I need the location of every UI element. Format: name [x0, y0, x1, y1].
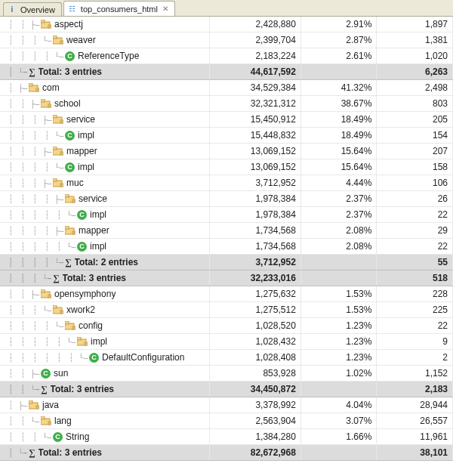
- cell-c2: 2,428,880: [210, 17, 301, 32]
- cell-c3: 1.23%: [300, 350, 377, 366]
- tree-guide-icon: [29, 302, 41, 317]
- tree-guide-icon: [17, 350, 29, 365]
- tree-branch-icon: └–: [65, 207, 77, 222]
- tree-row[interactable]: ├–school32,321,31238.67%803: [0, 96, 453, 112]
- cell-c3: [300, 255, 377, 270]
- node-label: service: [66, 114, 95, 125]
- sigma-icon: ∑: [29, 447, 35, 459]
- tree-guide-icon: [29, 318, 41, 333]
- cell-c2: 13,069,152: [210, 144, 301, 159]
- tree-row[interactable]: └–Cimpl15,448,83218.49%154: [0, 128, 453, 144]
- tree-guide-icon: [5, 144, 17, 159]
- tree-row[interactable]: └–Cimpl1,978,3842.37%22: [0, 207, 453, 223]
- tree-row[interactable]: ├–opensymphony1,275,6321.53%228: [0, 286, 453, 302]
- cell-c3: [300, 445, 377, 461]
- class-icon: C: [77, 210, 87, 220]
- tree-guide-icon: [29, 207, 41, 222]
- tree-branch-icon: ├–: [41, 175, 53, 190]
- class-icon: C: [65, 162, 75, 172]
- cell-c4: 205: [377, 112, 453, 128]
- tree-guide-icon: [17, 223, 29, 238]
- tree-row[interactable]: ├–muc3,712,9524.44%106: [0, 175, 453, 191]
- cell-c4: 1,020: [377, 48, 453, 64]
- total-row[interactable]: └–∑Total: 2 entries3,712,95255: [0, 255, 453, 270]
- tree-row[interactable]: └–CDefaultConfiguration1,028,4081.23%2: [0, 350, 453, 366]
- tree-row[interactable]: └–CString1,384,2801.66%11,961: [0, 429, 453, 445]
- tree-row[interactable]: ├–Csun853,9281.02%1,152: [0, 366, 453, 382]
- tree-row[interactable]: ├–mapper13,069,15215.64%207: [0, 144, 453, 159]
- tree-row[interactable]: └–Cimpl1,734,5682.08%22: [0, 239, 453, 255]
- tree-guide-icon: [53, 239, 65, 254]
- cell-c3: 1.23%: [300, 318, 377, 334]
- total-row[interactable]: └–∑Total: 3 entries44,617,5926,263: [0, 64, 453, 80]
- tree-guide-icon: [17, 302, 29, 317]
- cell-c2: 2,563,904: [210, 413, 301, 429]
- tree-row[interactable]: ├–service15,450,91218.49%205: [0, 112, 453, 128]
- total-row[interactable]: └–∑Total: 3 entries32,233,016518: [0, 270, 453, 286]
- tree-guide-icon: [29, 429, 41, 444]
- tree-branch-icon: ├–: [29, 17, 41, 32]
- tab-overview[interactable]: i Overview: [3, 2, 62, 16]
- tree-branch-icon: ├–: [53, 191, 65, 206]
- cell-c4: 2,498: [377, 80, 453, 96]
- cell-c4: 9: [377, 334, 453, 350]
- cell-c4: 1,381: [377, 32, 453, 48]
- tree-branch-icon: └–: [41, 302, 53, 317]
- svg-rect-41: [65, 226, 69, 229]
- tree-guide-icon: [5, 302, 17, 317]
- cell-c2: 853,928: [210, 366, 301, 382]
- tree-row[interactable]: └–xwork21,275,5121.53%225: [0, 302, 453, 318]
- total-row[interactable]: └–∑Total: 3 entries34,450,8722,183: [0, 382, 453, 397]
- package-icon: [29, 82, 39, 93]
- tree-guide-icon: [29, 270, 41, 286]
- tree-row[interactable]: ├–mapper1,734,5682.08%29: [0, 223, 453, 239]
- tree-branch-icon: └–: [53, 255, 65, 270]
- tree-guide-icon: [17, 429, 29, 444]
- tree-row[interactable]: └–lang2,563,9043.07%26,557: [0, 413, 453, 429]
- tree-row[interactable]: └–Cimpl13,069,15215.64%158: [0, 159, 453, 175]
- tree-row[interactable]: └–weaver2,399,7042.87%1,381: [0, 32, 453, 48]
- sigma-icon: ∑: [53, 273, 60, 284]
- cell-c3: [300, 64, 377, 80]
- total-row[interactable]: └–∑Total: 3 entries82,672,96838,101: [0, 445, 453, 461]
- tree-row[interactable]: └–CReferenceType2,183,2242.61%1,020: [0, 48, 453, 64]
- tree-branch-icon: └–: [65, 334, 77, 349]
- cell-c3: 2.91%: [300, 17, 377, 32]
- cell-c4: 55: [377, 255, 453, 270]
- cell-c4: 207: [377, 144, 453, 159]
- tree-guide-icon: [29, 159, 41, 175]
- cell-c4: 228: [377, 286, 453, 302]
- node-label: aspectj: [54, 19, 83, 29]
- tree-guide-icon: [41, 191, 53, 206]
- cell-c3: 2.37%: [300, 191, 377, 207]
- tree-branch-icon: └–: [53, 128, 65, 143]
- tree-row[interactable]: └–impl1,028,4321.23%9: [0, 334, 453, 350]
- node-label: lang: [54, 416, 72, 426]
- cell-c3: 4.44%: [300, 175, 377, 191]
- tree-row[interactable]: ├–com34,529,38441.32%2,498: [0, 80, 453, 96]
- tree-row[interactable]: ├–java3,378,9924.04%28,944: [0, 397, 453, 413]
- tree-guide-icon: [41, 128, 53, 143]
- tree-row[interactable]: ├–service1,978,3842.37%26: [0, 191, 453, 207]
- class-icon: C: [65, 51, 75, 61]
- tree-row[interactable]: └–config1,028,5201.23%22: [0, 318, 453, 334]
- total-label: Total: 3 entries: [63, 273, 126, 283]
- tree-guide-icon: [5, 334, 17, 349]
- tab-top-consumers[interactable]: ☷ top_consumers_html ✕: [63, 1, 175, 16]
- tree-guide-icon: [41, 239, 53, 254]
- total-label: Total: 3 entries: [39, 447, 102, 458]
- tree-branch-icon: ├–: [29, 96, 41, 111]
- tree-guide-icon: [5, 239, 17, 254]
- tree-guide-icon: [5, 286, 17, 301]
- svg-rect-71: [41, 416, 45, 419]
- tree-row[interactable]: ├–aspectj2,428,8802.91%1,897: [0, 17, 453, 32]
- tree-branch-icon: ├–: [53, 223, 65, 238]
- tree-guide-icon: [5, 48, 17, 63]
- close-icon[interactable]: ✕: [162, 5, 168, 13]
- tree-branch-icon: ├–: [29, 366, 41, 381]
- node-label: xwork2: [66, 304, 95, 315]
- tree-guide-icon: [29, 32, 41, 48]
- cell-c2: 13,069,152: [210, 159, 301, 175]
- package-icon: [41, 289, 51, 299]
- tree-guide-icon: [41, 318, 53, 333]
